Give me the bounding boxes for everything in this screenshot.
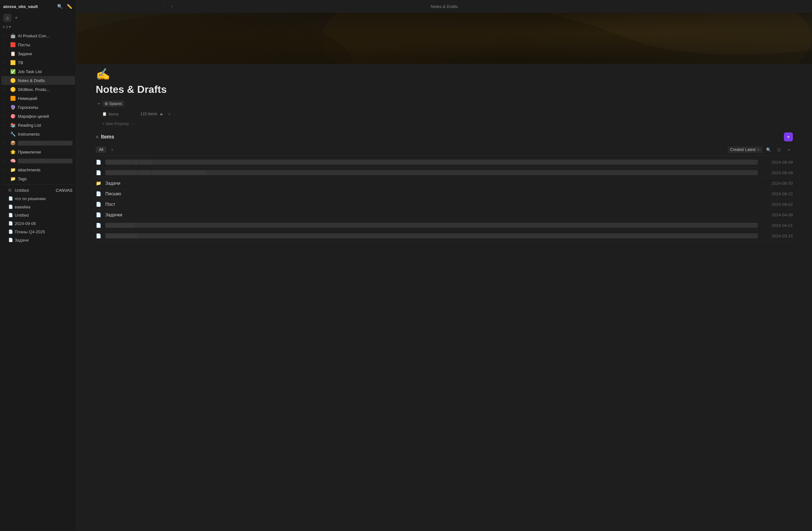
filter-add-button[interactable]: + (109, 146, 115, 153)
add-page-button[interactable]: + (13, 14, 20, 21)
chevron-icon: › (4, 150, 8, 153)
table-row[interactable]: 📁 Задачи 2024-08-30 (96, 178, 793, 189)
item-label: Notes & Drafts (18, 78, 72, 83)
table-row[interactable]: 📄 Пост 2024-08-02 (96, 199, 793, 210)
sidebar-item-privileges[interactable]: › 🌟 Привилегии (1, 147, 75, 156)
item-label: Немецкий (18, 96, 72, 101)
chevron-icon: › (4, 177, 8, 180)
items-add-button[interactable]: + (166, 111, 173, 117)
filter-all-button[interactable]: All (96, 146, 106, 153)
item-label: Посты (18, 42, 72, 47)
row-file-icon: 📄 (96, 233, 102, 238)
sort-chip[interactable]: Created Latest ✕ (728, 146, 762, 153)
sidebar-item-posts[interactable]: › 🟥 Посты (1, 40, 75, 49)
row-label: ░░░░░░░░░░ (105, 233, 758, 238)
sort-field: Created (730, 147, 744, 152)
item-label: ░░░░░░░░ (18, 141, 72, 146)
table-row[interactable]: 📄 ░░░░░░░░░░ 2024-03-15 (96, 231, 793, 241)
item-icon: 🟡 (10, 78, 16, 83)
sidebar-item-blurred1[interactable]: › 📦 ░░░░░░░░ (1, 138, 75, 147)
sidebar-file-vavaiva[interactable]: 📄 вавайва (1, 203, 75, 211)
sidebar-file-zadachi[interactable]: 📄 Задачи (1, 236, 75, 244)
more-filter-button[interactable]: ≡ (785, 146, 793, 153)
table-row[interactable]: 📄 Письмо 2024-08-22 (96, 189, 793, 199)
item-icon: 🟥 (10, 42, 16, 47)
item-label: Job Task List (18, 69, 72, 74)
sidebar-file-untitled2[interactable]: 📄 Untitled (1, 211, 75, 219)
sidebar: aiossa_obs_vault 🔍 ✏️ ⌂ + ≡ z ▾ › 🤖 AI P… (0, 0, 77, 531)
new-note-button[interactable]: ✏️ (66, 2, 73, 10)
sidebar-section[interactable]: ≡ z ▾ (1, 23, 75, 31)
sidebar-nav-top: ⌂ + (0, 13, 76, 23)
table-row[interactable]: 📄 Задачки 2024-04-08 (96, 210, 793, 220)
chevron-icon: › (4, 106, 8, 109)
collapse-button[interactable]: ▾ (96, 101, 102, 107)
row-date: 2024-04-01 (761, 223, 793, 228)
sidebar-item-skillbox[interactable]: › 🟡 SKillbox. Produ... (1, 85, 75, 94)
table-row[interactable]: 📄 ░░░░░░░░░░ ░░░░ ░░░░░░░░░░░░░░░░░ 2024… (96, 167, 793, 178)
row-file-icon: 📄 (96, 160, 102, 165)
sidebar-file-chto-po[interactable]: 📄 что по решению (1, 194, 75, 203)
sidebar-item-ai-product[interactable]: › 🤖 AI Product Con... (1, 31, 75, 40)
item-icon: ✅ (10, 69, 16, 74)
search-filter-button[interactable]: 🔍 (765, 146, 772, 153)
items-property-row: 📋 Items 115 Items ▶ + (96, 109, 793, 118)
sidebar-divider (2, 185, 74, 185)
sidebar-item-tv[interactable]: › 🟨 ТВ (1, 58, 75, 67)
sidebar-header: aiossa_obs_vault 🔍 ✏️ (0, 0, 76, 13)
sidebar-item-tags[interactable]: › 📁 Tags (1, 174, 75, 183)
chevron-icon: › (4, 79, 8, 82)
table-row[interactable]: 📄 ░░░░░░░░ ░░ ░░░░ 2024-09-09 (96, 157, 793, 167)
db-header: ≡ Items + (96, 129, 793, 144)
row-file-icon: 📄 (96, 223, 102, 228)
sidebar-item-attachments[interactable]: › 📁 attachments (1, 165, 75, 174)
items-property-label: Items (108, 112, 141, 117)
items-property-icon: 📋 (102, 112, 108, 116)
row-label: ░░░░░░░░░ (105, 223, 758, 228)
table-row[interactable]: 📄 ░░░░░░░░░ 2024-04-01 (96, 220, 793, 231)
page-title: Notes & Drafts (96, 84, 793, 95)
sidebar-item-marathon[interactable]: › 🎯 Марафон целей (1, 112, 75, 121)
spaces-tag[interactable]: ⊞ Spaces (102, 101, 125, 107)
sidebar-item-job-task[interactable]: › ✅ Job Task List (1, 67, 75, 76)
row-file-icon: 📄 (96, 191, 102, 196)
more-options-button[interactable]: ··· (130, 120, 137, 127)
add-property-icon: + (102, 122, 104, 126)
filter-all-label: All (99, 147, 103, 152)
row-file-icon: 📄 (96, 212, 102, 217)
item-label: Reading List (18, 123, 72, 128)
sidebar-item-tasks[interactable]: › 📋 Задачи (1, 49, 75, 58)
layout-button[interactable]: ⊡ (775, 146, 783, 153)
file-label: что по решению (15, 196, 72, 201)
file-label: Untitled (15, 213, 72, 218)
add-row-button[interactable]: + (784, 132, 793, 142)
row-file-icon: 📄 (96, 170, 102, 175)
back-button[interactable]: ‹ (160, 2, 166, 10)
sidebar-item-reading-list[interactable]: › 📚 Reading List (1, 121, 75, 130)
chevron-icon: › (4, 123, 8, 127)
forward-button[interactable]: › (169, 2, 176, 10)
chevron-icon: › (4, 43, 8, 46)
sidebar-file-untitled-canvas[interactable]: ⊞ Untitled CANVAS (1, 186, 75, 194)
chevron-icon: › (4, 52, 8, 55)
item-label: SKillbox. Produ... (18, 87, 72, 92)
sidebar-file-plans[interactable]: 📄 Планы Q4-2025 (1, 227, 75, 236)
sort-close-button[interactable]: ✕ (757, 148, 760, 152)
items-play-button[interactable]: ▶ (159, 112, 164, 117)
new-property-row[interactable]: + New Property ··· (96, 119, 793, 129)
home-button[interactable]: ⌂ (3, 14, 12, 22)
file-icon: 📄 (8, 221, 13, 226)
row-label: Задачки (105, 212, 758, 217)
sidebar-item-notes-drafts[interactable]: › 🟡 Notes & Drafts (1, 76, 75, 85)
page-emoji: ✍️ (96, 68, 793, 81)
search-button[interactable]: 🔍 (56, 2, 63, 10)
row-label: Пост (105, 202, 758, 207)
sidebar-item-horoscopes[interactable]: › 🔮 Гороскопы (1, 103, 75, 112)
sidebar-item-german[interactable]: › 🟧 Немецкий (1, 94, 75, 103)
sidebar-item-instruments[interactable]: › 🔧 Instruments (1, 130, 75, 138)
sidebar-item-blurred2[interactable]: › 🧠 ░░░░░░░░░░ (1, 156, 75, 165)
sidebar-file-date[interactable]: 📄 2024-09-06 (1, 219, 75, 227)
item-icon: 📦 (10, 141, 16, 146)
spaces-icon: ⊞ (105, 102, 108, 106)
item-icon: 🟧 (10, 96, 16, 101)
